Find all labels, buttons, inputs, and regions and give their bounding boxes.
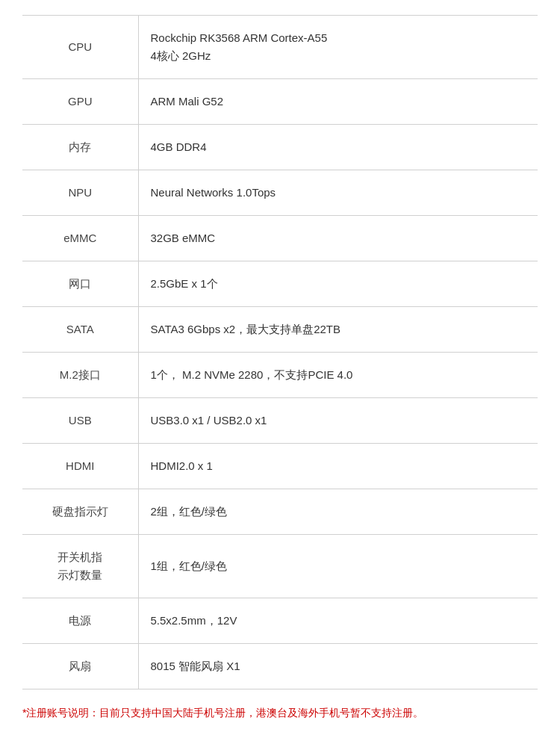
table-row: GPUARM Mali G52	[22, 79, 538, 125]
table-row: USBUSB3.0 x1 / USB2.0 x1	[22, 398, 538, 444]
spec-value: ARM Mali G52	[138, 79, 538, 125]
spec-value: 8015 智能风扇 X1	[138, 644, 538, 689]
spec-value: 4GB DDR4	[138, 125, 538, 170]
spec-label: GPU	[22, 79, 138, 125]
spec-value: 2.5GbE x 1个	[138, 261, 538, 307]
table-row: M.2接口1个， M.2 NVMe 2280，不支持PCIE 4.0	[22, 353, 538, 398]
spec-label: 风扇	[22, 644, 138, 689]
spec-label: 电源	[22, 598, 138, 644]
spec-label: M.2接口	[22, 353, 138, 398]
table-row: CPURockchip RK3568 ARM Cortex-A554核心 2GH…	[22, 16, 538, 79]
spec-label: HDMI	[22, 444, 138, 489]
table-row: NPUNeural Networks 1.0Tops	[22, 170, 538, 216]
table-row: eMMC32GB eMMC	[22, 216, 538, 261]
spec-label: 硬盘指示灯	[22, 489, 138, 535]
table-row: 开关机指示灯数量1组，红色/绿色	[22, 535, 538, 598]
table-row: 硬盘指示灯2组，红色/绿色	[22, 489, 538, 535]
table-row: 内存4GB DDR4	[22, 125, 538, 170]
spec-table: CPURockchip RK3568 ARM Cortex-A554核心 2GH…	[22, 15, 538, 689]
table-row: 网口2.5GbE x 1个	[22, 261, 538, 307]
spec-value: 1个， M.2 NVMe 2280，不支持PCIE 4.0	[138, 353, 538, 398]
table-row: HDMIHDMI2.0 x 1	[22, 444, 538, 489]
table-row: SATASATA3 6Gbps x2，最大支持单盘22TB	[22, 307, 538, 353]
spec-label: 开关机指示灯数量	[22, 535, 138, 598]
spec-value: SATA3 6Gbps x2，最大支持单盘22TB	[138, 307, 538, 353]
spec-value: USB3.0 x1 / USB2.0 x1	[138, 398, 538, 444]
spec-label: CPU	[22, 16, 138, 79]
table-row: 电源5.5x2.5mm，12V	[22, 598, 538, 644]
spec-value: 32GB eMMC	[138, 216, 538, 261]
spec-label: eMMC	[22, 216, 138, 261]
table-row: 风扇8015 智能风扇 X1	[22, 644, 538, 689]
spec-label: USB	[22, 398, 138, 444]
spec-label: SATA	[22, 307, 138, 353]
spec-value: 5.5x2.5mm，12V	[138, 598, 538, 644]
spec-label: NPU	[22, 170, 138, 216]
spec-value: HDMI2.0 x 1	[138, 444, 538, 489]
spec-value: 2组，红色/绿色	[138, 489, 538, 535]
spec-label: 内存	[22, 125, 138, 170]
spec-value: 1组，红色/绿色	[138, 535, 538, 598]
registration-note: *注册账号说明：目前只支持中国大陆手机号注册，港澳台及海外手机号暂不支持注册。	[22, 704, 538, 722]
spec-label: 网口	[22, 261, 138, 307]
spec-value: Neural Networks 1.0Tops	[138, 170, 538, 216]
spec-value: Rockchip RK3568 ARM Cortex-A554核心 2GHz	[138, 16, 538, 79]
